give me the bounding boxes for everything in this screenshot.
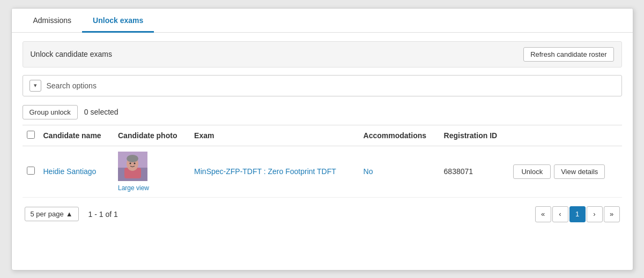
view-details-button[interactable]: View details	[554, 164, 605, 179]
header-candidate-photo: Candidate photo	[114, 125, 190, 146]
page-prev-button[interactable]: ‹	[552, 206, 568, 222]
pagination-left: 5 per page ▲ 1 - 1 of 1	[25, 207, 118, 221]
content-area: Unlock candidate exams Refresh candidate…	[12, 33, 633, 236]
page-range-info: 1 - 1 of 1	[88, 210, 118, 219]
large-view-link[interactable]: Large view	[118, 184, 149, 192]
refresh-roster-button[interactable]: Refresh candidate roster	[523, 47, 613, 62]
search-chevron-icon: ▾	[29, 80, 41, 92]
per-page-label: 5 per page	[31, 210, 64, 218]
header-registration-id: Registration ID	[440, 125, 509, 146]
registration-id-cell: 6838071	[440, 146, 509, 197]
accommodations-cell: No	[359, 146, 440, 197]
group-unlock-row: Group unlock 0 selected	[23, 105, 622, 119]
table-row: Heidie Santiago	[23, 146, 622, 197]
candidates-table: Candidate name Candidate photo Exam Acco…	[23, 125, 622, 198]
exam-link[interactable]: MinSpec-ZFP-TDFT : Zero Footprint TDFT	[194, 167, 336, 176]
group-unlock-button[interactable]: Group unlock	[23, 105, 78, 119]
main-window: Admissions Unlock exams Unlock candidate…	[11, 8, 633, 271]
candidate-photo-cell: Large view	[114, 146, 190, 197]
selected-count: 0 selected	[84, 108, 119, 116]
tab-bar: Admissions Unlock exams	[12, 9, 633, 33]
tab-admissions[interactable]: Admissions	[23, 9, 83, 33]
page-first-button[interactable]: «	[535, 206, 551, 222]
pagination-controls: « ‹ 1 › »	[535, 206, 620, 222]
section-title: Unlock candidate exams	[31, 50, 113, 58]
header-checkbox-cell	[23, 125, 39, 146]
accommodations-value: No	[364, 167, 373, 176]
exam-cell: MinSpec-ZFP-TDFT : Zero Footprint TDFT	[190, 146, 359, 197]
action-buttons: Unlock View details	[513, 164, 617, 179]
header-exam: Exam	[190, 125, 359, 146]
search-options-bar[interactable]: ▾ Search options	[23, 75, 622, 96]
photo-figure: Large view	[118, 152, 149, 192]
page-last-button[interactable]: »	[604, 206, 620, 222]
candidate-photo-svg	[118, 152, 147, 181]
header-actions	[509, 125, 621, 146]
pagination-row: 5 per page ▲ 1 - 1 of 1 « ‹ 1 › »	[23, 201, 622, 228]
page-1-button[interactable]: 1	[569, 206, 586, 222]
tab-unlock-exams[interactable]: Unlock exams	[82, 9, 154, 33]
per-page-arrow: ▲	[66, 210, 73, 218]
svg-point-5	[130, 162, 131, 164]
svg-point-4	[127, 155, 138, 162]
header-candidate-name: Candidate name	[39, 125, 114, 146]
section-header: Unlock candidate exams Refresh candidate…	[23, 41, 622, 67]
registration-id-value: 6838071	[444, 167, 473, 176]
header-accommodations: Accommodations	[359, 125, 440, 146]
per-page-button[interactable]: 5 per page ▲	[25, 207, 79, 221]
row-checkbox-cell	[23, 146, 39, 197]
row-checkbox[interactable]	[27, 167, 35, 175]
search-options-label: Search options	[47, 81, 97, 90]
unlock-button[interactable]: Unlock	[513, 164, 551, 179]
candidate-name-cell: Heidie Santiago	[39, 146, 114, 197]
action-buttons-cell: Unlock View details	[509, 146, 621, 197]
candidates-table-wrap: Candidate name Candidate photo Exam Acco…	[23, 125, 622, 198]
table-header-row: Candidate name Candidate photo Exam Acco…	[23, 125, 622, 146]
candidate-name-link[interactable]: Heidie Santiago	[43, 167, 97, 176]
svg-point-6	[134, 162, 136, 164]
page-next-button[interactable]: ›	[587, 206, 603, 222]
select-all-checkbox[interactable]	[27, 131, 35, 139]
